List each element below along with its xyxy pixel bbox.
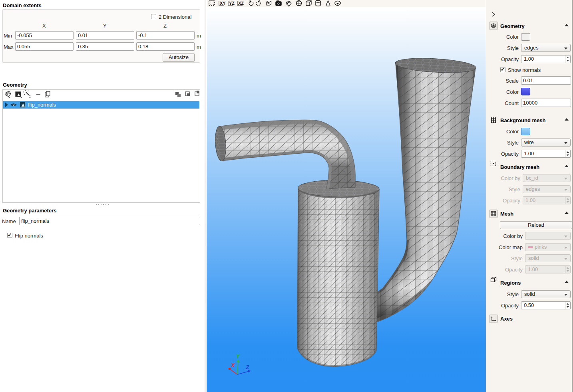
- svg-text:XY: XY: [220, 1, 226, 6]
- svg-text:YZ: YZ: [229, 1, 235, 6]
- svg-text:Z: Z: [245, 364, 249, 370]
- svg-text:XZ: XZ: [238, 1, 244, 6]
- svg-text:X: X: [231, 362, 235, 368]
